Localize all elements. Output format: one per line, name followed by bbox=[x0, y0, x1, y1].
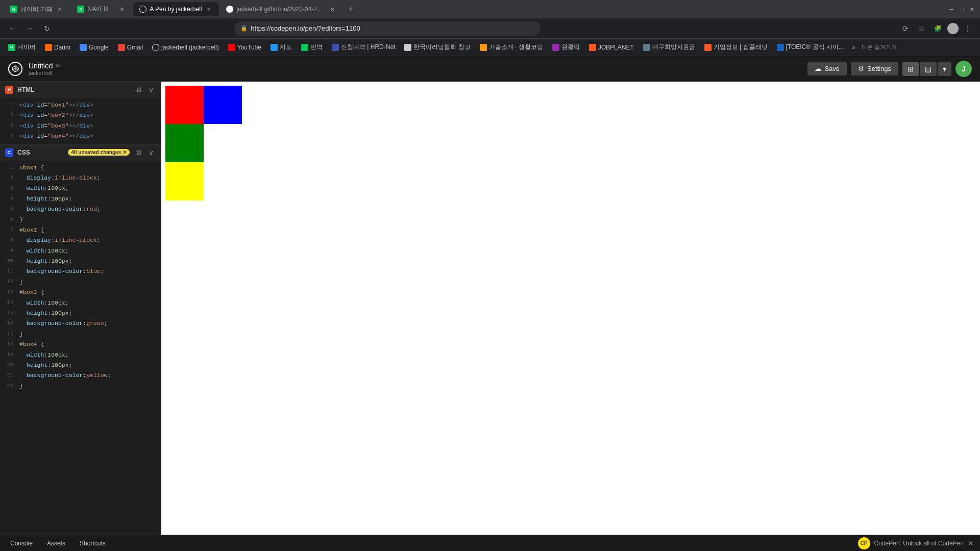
css-line-6: 6 } bbox=[0, 215, 161, 225]
html-panel-actions: ⚙ ∨ bbox=[134, 85, 156, 95]
view-editor-button[interactable]: ⊞ bbox=[902, 62, 919, 76]
back-button[interactable]: ← bbox=[5, 21, 19, 36]
bookmark-google[interactable]: Google bbox=[76, 42, 113, 53]
save-button[interactable]: ☁ Save bbox=[807, 62, 847, 76]
tab-codepen[interactable]: A Pen by jackerbell ✕ bbox=[133, 2, 219, 16]
bookmark-translate[interactable]: 번역 bbox=[297, 41, 327, 54]
bookmark-favicon-wonclick bbox=[552, 44, 559, 51]
bookmark-wonclick[interactable]: 원클릭 bbox=[548, 41, 584, 54]
url-bar[interactable]: 🔒 https://codepen.io/pen/?editors=1100 bbox=[234, 21, 541, 36]
star-icon[interactable]: ☆ bbox=[915, 21, 929, 36]
editors-column: H HTML ⚙ ∨ 1 <div id="box1"></div> 2 <di… bbox=[0, 82, 161, 551]
minimize-button[interactable]: ─ bbox=[947, 5, 955, 13]
tab-naver[interactable]: N NAVER ✕ bbox=[71, 2, 132, 16]
bookmark-label-map: 지도 bbox=[280, 43, 292, 52]
css-line-8: 8 display:inline-block; bbox=[0, 235, 161, 245]
other-bookmarks-label[interactable]: 다른 즐겨가기 bbox=[862, 43, 897, 51]
bookmark-favicon-lifecoding bbox=[480, 44, 487, 51]
bookmark-jackerbell[interactable]: jackerbell (jackerbell) bbox=[148, 42, 223, 53]
css-settings-button[interactable]: ⚙ bbox=[134, 147, 144, 158]
user-avatar[interactable]: J bbox=[955, 61, 972, 77]
gear-icon: ⚙ bbox=[858, 65, 864, 72]
bookmark-map[interactable]: 지도 bbox=[266, 41, 296, 54]
tab-github[interactable]: jackerbell.github.io/2022-04-20-... ✕ bbox=[220, 2, 342, 16]
bookmark-label-jackerbell: jackerbell (jackerbell) bbox=[161, 44, 219, 51]
bookmark-toeic[interactable]: [TOEIC® 공식 사이... bbox=[773, 41, 848, 54]
codepen-pro-icon: CP bbox=[858, 537, 870, 549]
bookmark-gmail[interactable]: Gmail bbox=[114, 42, 147, 53]
refresh-button[interactable]: ↻ bbox=[40, 21, 54, 36]
tab-title-codepen: A Pen by jackerbell bbox=[150, 6, 202, 13]
html-settings-button[interactable]: ⚙ bbox=[134, 85, 144, 95]
shortcuts-button[interactable]: Shortcuts bbox=[76, 538, 110, 549]
view-layout-button[interactable]: ▤ bbox=[920, 62, 937, 76]
profile-picture-icon[interactable] bbox=[947, 23, 959, 34]
lock-icon: 🔒 bbox=[240, 25, 248, 32]
html-line-1: 1 <div id="box1"></div> bbox=[0, 100, 161, 110]
app-title-text: Untitled bbox=[29, 62, 53, 70]
bookmark-favicon-hrd bbox=[332, 44, 339, 51]
bookmark-favicon-daegu bbox=[643, 44, 650, 51]
bookmark-label-daegu: 대구희망지원금 bbox=[652, 43, 695, 52]
settings-button[interactable]: ⚙ Settings bbox=[851, 62, 898, 76]
more-bookmarks-button[interactable]: » bbox=[849, 42, 859, 53]
html-collapse-button[interactable]: ∨ bbox=[146, 85, 156, 95]
css-line-20: 20 height:100px; bbox=[0, 360, 161, 370]
css-panel-title: CSS bbox=[17, 149, 64, 156]
tab-naver-cafe[interactable]: N 네이버 카페 ✕ bbox=[4, 2, 70, 16]
bookmark-hrd[interactable]: 신청내역 | HRD-Net bbox=[328, 41, 399, 54]
html-panel-content: 1 <div id="box1"></div> 2 <div id="box2"… bbox=[0, 98, 161, 144]
tab-close-naver-cafe[interactable]: ✕ bbox=[56, 5, 64, 13]
bookmark-label-naver: 네이버 bbox=[17, 43, 36, 52]
codepen-logo bbox=[8, 62, 22, 76]
unsaved-changes-badge[interactable]: 40 unsaved changes ✕ bbox=[68, 149, 130, 156]
bookmark-favicon-jackerbell bbox=[152, 44, 159, 51]
view-toggle: ⊞ ▤ ▾ bbox=[902, 62, 951, 76]
app-title: Untitled ✏ bbox=[29, 62, 61, 70]
tab-close-naver[interactable]: ✕ bbox=[118, 5, 126, 13]
tab-favicon-naver: N bbox=[77, 6, 84, 13]
css-collapse-button[interactable]: ∨ bbox=[146, 147, 156, 158]
bookmark-favicon-map bbox=[271, 44, 278, 51]
tab-title-naver: NAVER bbox=[87, 6, 115, 13]
css-line-13: 13 #box3 { bbox=[0, 287, 161, 297]
codepen-logo-svg bbox=[12, 65, 19, 72]
translate-icon[interactable]: ⟳ bbox=[898, 21, 913, 36]
new-tab-button[interactable]: + bbox=[344, 2, 358, 16]
bookmark-daegu[interactable]: 대구희망지원금 bbox=[639, 41, 699, 54]
bookmark-youtube[interactable]: YouTube bbox=[224, 42, 265, 53]
bookmark-label-gmail: Gmail bbox=[127, 44, 143, 51]
css-line-1: 1 #box1 { bbox=[0, 163, 161, 173]
bookmark-favicon-company bbox=[704, 44, 712, 51]
tab-favicon-naver-cafe: N bbox=[10, 6, 17, 13]
bookmark-korean-elearning[interactable]: 한국이러닝협회 창고 bbox=[400, 41, 474, 54]
maximize-button[interactable]: □ bbox=[958, 5, 966, 13]
forward-button[interactable]: → bbox=[22, 21, 37, 36]
html-panel: H HTML ⚙ ∨ 1 <div id="box1"></div> 2 <di… bbox=[0, 82, 161, 144]
bookmark-life-coding[interactable]: 가솔소개 · 생활코딩 bbox=[476, 41, 547, 54]
main-layout: H HTML ⚙ ∨ 1 <div id="box1"></div> 2 <di… bbox=[0, 82, 980, 551]
extension-icon[interactable]: 🧩 bbox=[931, 21, 945, 36]
tab-close-github[interactable]: ✕ bbox=[328, 5, 336, 13]
promo-close-button[interactable]: ✕ bbox=[968, 539, 974, 547]
settings-icon[interactable]: ⋮ bbox=[961, 21, 975, 36]
close-window-button[interactable]: ✕ bbox=[968, 5, 976, 13]
bookmark-favicon-youtube bbox=[228, 44, 235, 51]
css-panel-actions: ⚙ ∨ bbox=[134, 147, 156, 158]
tab-title-github: jackerbell.github.io/2022-04-20-... bbox=[236, 6, 325, 13]
edit-title-icon[interactable]: ✏ bbox=[56, 62, 61, 69]
assets-button[interactable]: Assets bbox=[43, 538, 69, 549]
bookmark-company-info[interactable]: 기업정보 | 잡플래닛 bbox=[700, 41, 772, 54]
bookmark-label-youtube: YouTube bbox=[237, 44, 261, 51]
tab-favicon-codepen bbox=[139, 6, 146, 13]
app-header: Untitled ✏ jackerbell ☁ Save ⚙ Settings … bbox=[0, 56, 980, 82]
console-button[interactable]: Console bbox=[6, 538, 37, 549]
bookmark-naver[interactable]: N 네이버 bbox=[4, 41, 40, 54]
settings-label: Settings bbox=[867, 65, 891, 72]
tab-close-codepen[interactable]: ✕ bbox=[205, 5, 213, 13]
bookmark-daum[interactable]: Daum bbox=[41, 42, 75, 53]
view-dropdown-button[interactable]: ▾ bbox=[938, 62, 951, 76]
bookmark-label-google: Google bbox=[89, 44, 109, 51]
css-panel-content: 1 #box1 { 2 display:inline-block; 3 widt… bbox=[0, 161, 161, 534]
bookmark-jobplanet[interactable]: JOBPLANET bbox=[585, 42, 638, 53]
